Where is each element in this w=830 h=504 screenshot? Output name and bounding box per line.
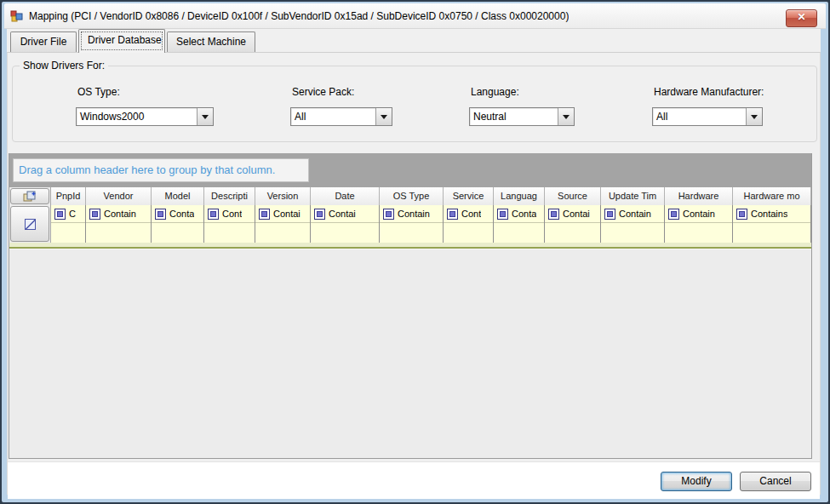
filter-condition-icon [548, 209, 559, 220]
language-label: Language: [471, 86, 519, 98]
hardware-manufacturer-dropdown[interactable]: All [652, 107, 763, 126]
filter-operator-2[interactable]: Conta [152, 205, 203, 223]
filter-operator-label: Contain [398, 209, 430, 219]
filter-operator-label: C [69, 209, 76, 219]
clear-filter-icon [23, 217, 37, 232]
filter-operator-label: Cont [222, 209, 242, 219]
title-bar[interactable]: Mapping (PCI / VendorID 0x8086 / DeviceI… [4, 3, 826, 29]
grid-group-by-band[interactable]: Drag a column header here to group by th… [9, 153, 811, 187]
filter-input-11[interactable] [665, 223, 732, 243]
filter-input-8[interactable] [494, 223, 544, 243]
modify-button[interactable]: Modify [661, 472, 732, 491]
filter-input-12[interactable] [733, 223, 810, 243]
filter-column-6: Contain [380, 205, 444, 243]
filter-operator-12[interactable]: Contains [733, 205, 810, 223]
filter-condition-icon [497, 209, 508, 220]
filter-row-header-cell [9, 205, 51, 243]
filter-input-10[interactable] [601, 223, 664, 243]
filter-operator-1[interactable]: Contain [86, 205, 151, 223]
chevron-down-icon[interactable] [197, 108, 213, 125]
column-header-5[interactable]: Date [311, 187, 380, 205]
filter-operator-7[interactable]: Cont [444, 205, 493, 223]
column-header-8[interactable]: Languag [494, 187, 545, 205]
filter-operator-6[interactable]: Contain [380, 205, 443, 223]
filter-operator-10[interactable]: Contain [601, 205, 664, 223]
filter-operator-label: Contain [619, 209, 651, 219]
driver-grid: Drag a column header here to group by th… [9, 153, 812, 459]
filter-column-7: Cont [444, 205, 494, 243]
hardware-manufacturer-label: Hardware Manufacturer: [654, 86, 764, 98]
close-button[interactable]: ✕ [786, 9, 817, 27]
groupbox-label: Show Drivers For: [20, 60, 108, 72]
filter-input-9[interactable] [545, 223, 600, 243]
filter-input-4[interactable] [255, 223, 310, 243]
service-pack-value: All [291, 108, 375, 125]
chevron-down-icon[interactable] [746, 108, 762, 125]
column-header-0[interactable]: PnpId [51, 187, 86, 205]
os-type-dropdown[interactable]: Windows2000 [76, 107, 214, 126]
column-header-9[interactable]: Source [545, 187, 601, 205]
filter-condition-icon [668, 209, 679, 220]
chevron-down-icon[interactable] [558, 108, 574, 125]
filter-operator-8[interactable]: Conta [494, 205, 544, 223]
column-header-6[interactable]: OS Type [380, 187, 444, 205]
tab-driver-file[interactable]: Driver File [10, 32, 77, 52]
language-value: Neutral [470, 108, 558, 125]
filter-input-0[interactable] [51, 223, 85, 243]
filter-operator-9[interactable]: Contai [545, 205, 600, 223]
customize-columns-button[interactable] [10, 188, 49, 204]
filter-operator-label: Contai [563, 209, 590, 219]
filter-condition-icon [259, 209, 270, 220]
field-chooser-icon [23, 191, 37, 203]
filter-input-6[interactable] [380, 223, 443, 243]
filter-input-2[interactable] [152, 223, 203, 243]
service-pack-dropdown[interactable]: All [290, 107, 392, 126]
cancel-button[interactable]: Cancel [740, 472, 811, 491]
filter-operator-label: Contain [104, 209, 136, 219]
column-header-7[interactable]: Service [444, 187, 494, 205]
show-drivers-groupbox: Show Drivers For: OS Type: Windows2000 S… [12, 66, 817, 142]
filter-operator-5[interactable]: Contai [311, 205, 379, 223]
window-title: Mapping (PCI / VendorID 0x8086 / DeviceI… [29, 10, 569, 22]
column-header-3[interactable]: Descripti [204, 187, 255, 205]
column-header-11[interactable]: Hardware [665, 187, 733, 205]
filter-operator-label: Contai [273, 209, 301, 219]
tab-select-machine[interactable]: Select Machine [167, 32, 255, 52]
column-header-2[interactable]: Model [152, 187, 204, 205]
filter-operator-label: Contains [751, 209, 787, 219]
filter-column-10: Contain [601, 205, 665, 243]
language-dropdown[interactable]: Neutral [469, 107, 575, 126]
filter-operator-label: Contain [683, 209, 715, 219]
filter-operator-0[interactable]: C [51, 205, 85, 223]
filter-operator-11[interactable]: Contain [665, 205, 732, 223]
filter-column-0: C [51, 205, 86, 243]
column-header-10[interactable]: Update Tim [601, 187, 665, 205]
filter-cells: CContainContaContContaiContaiContainCont… [51, 205, 811, 243]
clear-filter-button[interactable] [10, 206, 49, 242]
filter-input-5[interactable] [311, 223, 379, 243]
grid-corner-cell [9, 187, 51, 205]
filter-input-1[interactable] [86, 223, 151, 243]
filter-column-11: Contain [665, 205, 733, 243]
column-header-1[interactable]: Vendor [86, 187, 152, 205]
tab-driver-database[interactable]: Driver Database [78, 29, 165, 53]
filter-condition-icon [447, 209, 458, 220]
filter-column-9: Contai [545, 205, 601, 243]
winforms-form-icon [10, 9, 24, 23]
os-type-label: OS Type: [77, 86, 120, 98]
filter-operator-label: Cont [461, 209, 481, 219]
chevron-down-icon[interactable] [375, 108, 392, 125]
mapping-dialog-window: Mapping (PCI / VendorID 0x8086 / DeviceI… [0, 0, 830, 504]
filter-column-2: Conta [152, 205, 204, 243]
filter-column-3: Cont [204, 205, 255, 243]
filter-operator-4[interactable]: Contai [255, 205, 310, 223]
column-header-12[interactable]: Hardware mo [733, 187, 811, 205]
column-header-4[interactable]: Version [255, 187, 311, 205]
filter-input-3[interactable] [204, 223, 255, 243]
filter-input-7[interactable] [444, 223, 493, 243]
filter-column-1: Contain [86, 205, 152, 243]
filter-operator-label: Conta [169, 209, 194, 219]
grid-empty-area[interactable] [9, 249, 811, 458]
grid-header-row: PnpIdVendorModelDescriptiVersionDateOS T… [9, 187, 811, 205]
filter-operator-3[interactable]: Cont [204, 205, 255, 223]
